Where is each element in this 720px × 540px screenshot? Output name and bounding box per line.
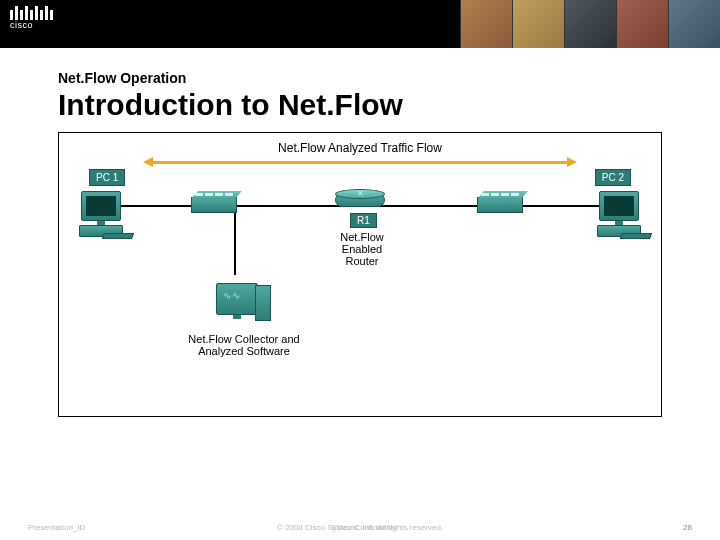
footer-left: Presentation_ID — [28, 523, 85, 532]
pc2-label: PC 2 — [595, 169, 631, 186]
collector-desc: Net.Flow Collector and Analyzed Software — [179, 333, 309, 357]
pc1-icon — [73, 191, 129, 237]
flow-arrow-icon — [151, 161, 569, 164]
network-diagram: Net.Flow Analyzed Traffic Flow PC 1 R1 N… — [58, 132, 662, 417]
switch-right-icon — [477, 197, 523, 213]
pc1-label: PC 1 — [89, 169, 125, 186]
flow-label: Net.Flow Analyzed Traffic Flow — [278, 141, 442, 155]
collector-drop-line — [234, 205, 236, 275]
collector-server-icon — [209, 283, 265, 319]
footer-copyright: © 2008 Cisco Systems, Inc. All rights re… — [277, 523, 443, 532]
top-bar: cisco — [0, 0, 720, 48]
router-desc: Net.Flow Enabled Router — [333, 231, 391, 267]
router-icon — [335, 193, 385, 213]
switch-left-icon — [191, 197, 237, 213]
page-title: Introduction to Net.Flow — [58, 88, 720, 122]
section-label: Net.Flow Operation — [58, 70, 720, 86]
heading-block: Net.Flow Operation Introduction to Net.F… — [0, 48, 720, 122]
footer: Presentation_ID © 2008 Cisco Systems, In… — [0, 523, 720, 532]
banner-photo-strip — [460, 0, 720, 48]
router-label: R1 — [350, 213, 377, 228]
pc2-icon — [591, 191, 647, 237]
page-number: 28 — [683, 523, 692, 532]
